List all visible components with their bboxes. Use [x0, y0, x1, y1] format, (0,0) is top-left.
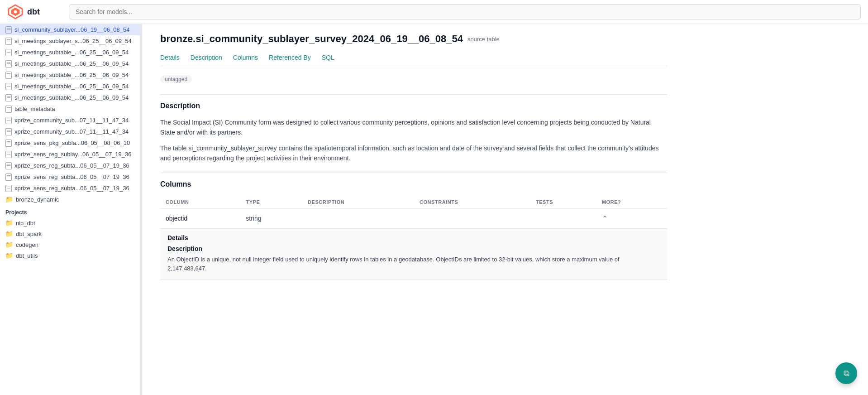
- doc-icon-0: [5, 27, 12, 33]
- details-sub-title: Details: [167, 234, 660, 241]
- col-header-description: DESCRIPTION: [302, 196, 414, 209]
- details-row: Details Description An ObjectID is a uni…: [160, 228, 667, 279]
- logo: dbt: [7, 4, 62, 20]
- table-header-row: COLUMN TYPE DESCRIPTION CONSTRAINTS TEST…: [160, 196, 667, 209]
- doc-icon-3: [5, 61, 12, 67]
- sidebar-folder-bronze-dynamic[interactable]: 📁 bronze_dynamic: [0, 194, 140, 205]
- sidebar-item-2[interactable]: si_meetings_subtable_...06_25__06_09_54: [0, 47, 140, 58]
- doc-icon-6: [5, 95, 12, 101]
- sidebar-folder-label: bronze_dynamic: [16, 196, 59, 203]
- col-more-objectid: ⌃: [596, 208, 667, 228]
- dbt-wordmark: dbt: [27, 7, 40, 17]
- fab-icon: ⧉: [844, 369, 849, 378]
- description-para-1: The table si_community_sublayer_survey c…: [160, 143, 667, 164]
- col-constraints-objectid: [414, 208, 530, 228]
- svg-point-2: [14, 10, 17, 13]
- col-desc-objectid: [302, 208, 414, 228]
- tab-referenced-by[interactable]: Referenced By: [269, 50, 311, 66]
- details-sub-desc-title: Description: [167, 245, 660, 252]
- description-para-0: The Social Impact (SI) Community form wa…: [160, 117, 667, 138]
- sidebar-project-codegen[interactable]: 📁 codegen: [0, 239, 140, 250]
- sidebar-item-10[interactable]: xprize_sens_pkg_subla...06_05__08_06_10: [0, 137, 140, 149]
- doc-icon-7: [5, 106, 12, 112]
- sidebar-item-8[interactable]: xprize_community_sub...07_11__11_47_34: [0, 115, 140, 126]
- sidebar-item-0[interactable]: si_community_sublayer...06_19__06_08_54: [0, 24, 140, 35]
- sidebar-item-label-9: xprize_community_sub...07_11__11_47_34: [14, 128, 129, 135]
- folder-icon-spark: 📁: [5, 230, 13, 237]
- sidebar-project-dbt-utils[interactable]: 📁 dbt_utils: [0, 250, 140, 261]
- tab-details[interactable]: Details: [160, 50, 180, 66]
- search-input[interactable]: [69, 4, 861, 19]
- sidebar-item-label-14: xprize_sens_reg_subta...06_05__07_19_36: [14, 185, 129, 192]
- page-title: bronze.si_community_sublayer_survey_2024…: [160, 33, 667, 45]
- tab-sql[interactable]: SQL: [322, 50, 334, 66]
- sidebar-item-3[interactable]: si_meetings_subtable_...06_25__06_09_54: [0, 58, 140, 69]
- col-header-tests: TESTS: [530, 196, 596, 209]
- folder-icon-utils: 📁: [5, 252, 13, 259]
- tab-description[interactable]: Description: [191, 50, 222, 66]
- sidebar-item-11[interactable]: xprize_sens_reg_sublay...06_05__07_19_36: [0, 149, 140, 160]
- sidebar-item-label-0: si_community_sublayer...06_19__06_08_54: [14, 26, 129, 33]
- sidebar-item-label-3: si_meetings_subtable_...06_25__06_09_54: [14, 60, 129, 67]
- tag-untagged: untagged: [160, 75, 192, 83]
- sidebar-item-12[interactable]: xprize_sens_reg_subta...06_05__07_19_36: [0, 160, 140, 171]
- doc-icon-11: [5, 151, 12, 158]
- columns-table: COLUMN TYPE DESCRIPTION CONSTRAINTS TEST…: [160, 196, 667, 280]
- doc-icon-5: [5, 83, 12, 90]
- fab-button[interactable]: ⧉: [835, 362, 857, 384]
- doc-icon-13: [5, 174, 12, 180]
- content-area: bronze.si_community_sublayer_survey_2024…: [142, 24, 685, 298]
- col-header-more: MORE?: [596, 196, 667, 209]
- sidebar-item-label-11: xprize_sens_reg_sublay...06_05__07_19_36: [14, 151, 132, 158]
- sidebar-item-4[interactable]: si_meetings_subtable_...06_25__06_09_54: [0, 69, 140, 81]
- table-row[interactable]: objectid string ⌃: [160, 208, 667, 228]
- search-bar: [69, 4, 861, 19]
- sidebar: si_community_sublayer...06_19__06_08_54 …: [0, 24, 140, 395]
- sidebar-item-label-1: si_meetings_sublayer_s...06_25__06_09_54: [14, 38, 132, 44]
- sidebar-project-label-0: nip_dbt: [16, 220, 35, 226]
- sidebar-item-label-4: si_meetings_subtable_...06_25__06_09_54: [14, 72, 129, 78]
- col-name-objectid: objectid: [160, 208, 240, 228]
- doc-icon-4: [5, 72, 12, 78]
- dbt-logo-icon: [7, 4, 24, 20]
- sidebar-item-13[interactable]: xprize_sens_reg_subta...06_05__07_19_36: [0, 171, 140, 183]
- doc-icon-1: [5, 38, 12, 44]
- sidebar-project-label-1: dbt_spark: [16, 231, 42, 237]
- sidebar-project-dbt-spark[interactable]: 📁 dbt_spark: [0, 228, 140, 239]
- columns-section: Columns COLUMN TYPE DESCRIPTION CONSTRAI…: [160, 173, 667, 280]
- col-header-type: TYPE: [240, 196, 302, 209]
- sidebar-item-6[interactable]: si_meetings_subtable_...06_25__06_09_54: [0, 92, 140, 103]
- tabs: Details Description Columns Referenced B…: [160, 50, 667, 66]
- columns-section-title: Columns: [160, 173, 667, 188]
- col-tests-objectid: [530, 208, 596, 228]
- sidebar-item-7[interactable]: table_metadata: [0, 103, 140, 115]
- doc-icon-12: [5, 163, 12, 169]
- sidebar-item-label-2: si_meetings_subtable_...06_25__06_09_54: [14, 49, 129, 56]
- sidebar-item-5[interactable]: si_meetings_subtable_...06_25__06_09_54: [0, 81, 140, 92]
- sidebar-item-14[interactable]: xprize_sens_reg_subta...06_05__07_19_36: [0, 183, 140, 194]
- layout: si_community_sublayer...06_19__06_08_54 …: [0, 24, 868, 395]
- col-type-objectid: string: [240, 208, 302, 228]
- doc-icon-8: [5, 117, 12, 124]
- source-badge: source table: [467, 36, 500, 43]
- sidebar-item-9[interactable]: xprize_community_sub...07_11__11_47_34: [0, 126, 140, 137]
- chevron-up-icon: ⌃: [602, 215, 608, 222]
- sidebar-item-label-8: xprize_community_sub...07_11__11_47_34: [14, 117, 129, 124]
- col-header-column: COLUMN: [160, 196, 240, 209]
- col-header-constraints: CONSTRAINTS: [414, 196, 530, 209]
- sidebar-project-nip-dbt[interactable]: 📁 nip_dbt: [0, 217, 140, 228]
- sidebar-project-label-2: codegen: [16, 241, 38, 248]
- sidebar-projects-section: Projects: [0, 205, 140, 217]
- sidebar-item-label-12: xprize_sens_reg_subta...06_05__07_19_36: [14, 162, 129, 169]
- page-title-text: bronze.si_community_sublayer_survey_2024…: [160, 33, 463, 45]
- main-content: bronze.si_community_sublayer_survey_2024…: [142, 24, 868, 395]
- sidebar-item-label-5: si_meetings_subtable_...06_25__06_09_54: [14, 83, 129, 90]
- sidebar-item-label-13: xprize_sens_reg_subta...06_05__07_19_36: [14, 173, 129, 180]
- description-section-title: Description: [160, 94, 667, 110]
- doc-icon-9: [5, 129, 12, 135]
- doc-icon-2: [5, 49, 12, 56]
- sidebar-item-label-7: table_metadata: [14, 106, 55, 112]
- details-sub-desc-text: An ObjectID is a unique, not null intege…: [167, 255, 660, 274]
- sidebar-item-1[interactable]: si_meetings_sublayer_s...06_25__06_09_54: [0, 35, 140, 47]
- tab-columns[interactable]: Columns: [233, 50, 258, 66]
